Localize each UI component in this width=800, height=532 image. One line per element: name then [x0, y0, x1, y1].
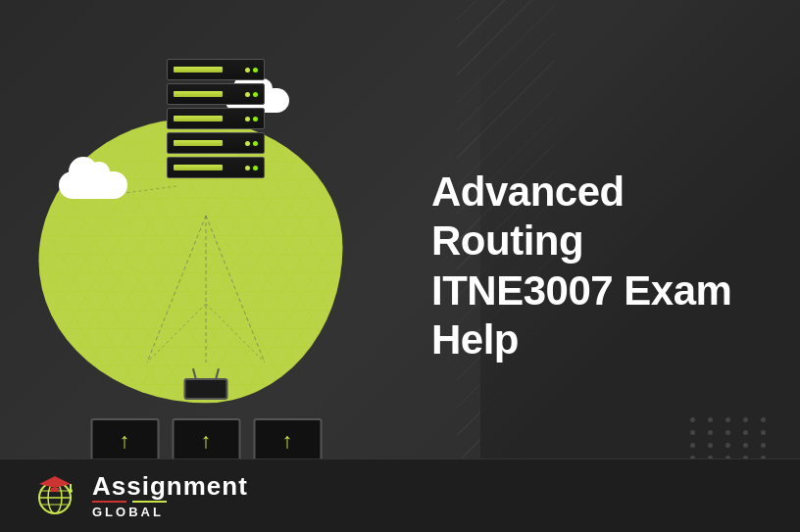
server-dot	[245, 92, 250, 97]
dot	[708, 430, 713, 435]
dot	[761, 443, 766, 448]
server-unit-2	[167, 83, 265, 105]
logo-assignment-text: Assignment	[92, 473, 248, 499]
dot	[743, 443, 748, 448]
server-dot	[245, 166, 250, 170]
server-unit-5	[167, 157, 265, 178]
svg-line-4	[206, 304, 265, 363]
dot	[743, 430, 748, 435]
dot	[690, 417, 695, 422]
svg-line-0	[147, 216, 206, 363]
router	[184, 378, 228, 400]
router-body	[184, 378, 228, 400]
cloud-shape	[59, 171, 127, 199]
divider-line-left	[92, 501, 126, 503]
server-dot	[253, 166, 258, 170]
laptop-screen: ↑	[172, 418, 240, 462]
laptop-screen: ↑	[253, 418, 322, 462]
dot	[690, 443, 695, 448]
svg-line-3	[147, 304, 206, 363]
main-container: ↑ ↑ ↑ Advanced Routing ITNE3007 Exam Hel	[0, 0, 800, 532]
logo-global-text: GLOBAL	[92, 505, 164, 519]
logo-svg	[29, 470, 80, 521]
dot	[725, 417, 730, 422]
text-area: Advanced Routing ITNE3007 Exam Help	[412, 128, 800, 405]
logo-icon	[29, 470, 80, 521]
svg-rect-12	[51, 488, 59, 492]
laptop-screen: ↑	[90, 418, 159, 462]
bottom-bar: Assignment GLOBAL	[0, 459, 800, 532]
upload-arrow-icon: ↑	[201, 430, 212, 452]
svg-line-2	[206, 216, 265, 363]
upload-arrow-icon: ↑	[282, 430, 293, 452]
illustration-area: ↑ ↑ ↑	[0, 0, 412, 532]
dot	[708, 443, 713, 448]
server-unit-4	[167, 132, 265, 154]
cloud-left	[59, 171, 127, 199]
server-dot	[253, 68, 258, 73]
dot	[690, 430, 695, 435]
server-dot	[253, 92, 258, 97]
divider-line-right	[132, 501, 167, 503]
dot	[725, 443, 730, 448]
logo-brand: Assignment GLOBAL	[92, 473, 248, 519]
server-unit-3	[167, 108, 265, 129]
upload-arrow-icon: ↑	[120, 430, 130, 452]
title-line1: Advanced Routing	[431, 168, 751, 266]
dot	[761, 417, 766, 422]
server-dot	[245, 117, 250, 121]
server-dot	[253, 117, 258, 121]
dot	[708, 417, 713, 422]
server-dot	[245, 141, 250, 146]
dot	[761, 430, 766, 435]
svg-point-14	[69, 489, 73, 493]
server-dot	[253, 141, 258, 146]
server-unit-1	[167, 59, 265, 80]
dot	[743, 417, 748, 422]
main-title: Advanced Routing ITNE3007 Exam Help	[431, 168, 751, 365]
server-dot	[245, 68, 250, 73]
logo-area: Assignment GLOBAL	[29, 470, 248, 521]
title-line2: ITNE3007 Exam Help	[431, 266, 751, 365]
server-stack	[167, 59, 265, 178]
logo-divider	[92, 501, 167, 503]
dot	[725, 430, 730, 435]
